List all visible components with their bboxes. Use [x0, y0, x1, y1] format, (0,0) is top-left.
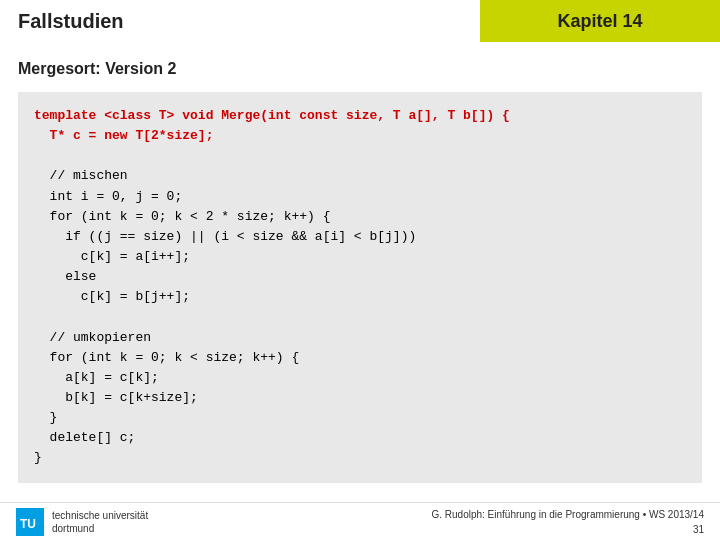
code-line-6: for (int k = 0; k < 2 * size; k++) {: [34, 207, 686, 227]
code-line-8: c[k] = a[i++];: [34, 247, 686, 267]
university-name: technische universität dortmund: [52, 509, 148, 535]
university-line1: technische universität: [52, 509, 148, 522]
footer-citation: G. Rudolph: Einführung in die Programmie…: [431, 507, 704, 537]
code-line-7: if ((j == size) || (i < size && a[i] < b…: [34, 227, 686, 247]
code-line-5: int i = 0, j = 0;: [34, 187, 686, 207]
page-number: 31: [431, 522, 704, 537]
tu-logo-icon: TU: [16, 508, 44, 536]
code-line-15: b[k] = c[k+size];: [34, 388, 686, 408]
code-line-16: }: [34, 408, 686, 428]
university-line2: dortmund: [52, 522, 148, 535]
code-line-10: c[k] = b[j++];: [34, 287, 686, 307]
section-subtitle: Mergesort: Version 2: [18, 60, 702, 78]
page-title-left: Fallstudien: [18, 10, 124, 33]
code-line-11: [34, 307, 686, 327]
code-line-1: template <class T> void Merge(int const …: [34, 106, 686, 126]
code-line-14: a[k] = c[k];: [34, 368, 686, 388]
code-line-18: }: [34, 448, 686, 468]
header: Fallstudien Kapitel 14: [0, 0, 720, 42]
code-line-3: [34, 146, 686, 166]
footer-branding: TU technische universität dortmund: [16, 508, 148, 536]
citation-text: G. Rudolph: Einführung in die Programmie…: [431, 507, 704, 522]
code-line-4: // mischen: [34, 166, 686, 186]
svg-text:TU: TU: [20, 517, 36, 531]
footer: TU technische universität dortmund G. Ru…: [0, 502, 720, 540]
code-line-17: delete[] c;: [34, 428, 686, 448]
code-block: template <class T> void Merge(int const …: [18, 92, 702, 483]
code-line-12: // umkopieren: [34, 328, 686, 348]
main-content: Mergesort: Version 2 template <class T> …: [0, 42, 720, 493]
page-title-right: Kapitel 14: [557, 11, 642, 32]
code-line-13: for (int k = 0; k < size; k++) {: [34, 348, 686, 368]
code-line-9: else: [34, 267, 686, 287]
header-left: Fallstudien: [0, 0, 480, 42]
code-line-2: T* c = new T[2*size];: [34, 126, 686, 146]
header-right: Kapitel 14: [480, 0, 720, 42]
